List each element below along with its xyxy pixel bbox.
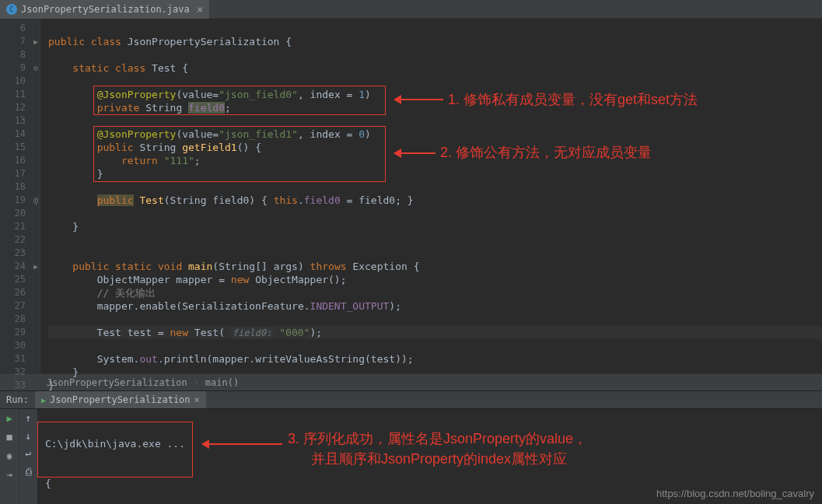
run-panel-header: Run: ▶ JsonPropertySerialization × xyxy=(0,390,822,409)
watermark: https://blog.csdn.net/boling_cavalry xyxy=(656,488,814,499)
line-number: 15 xyxy=(0,141,40,154)
code-line: } xyxy=(48,366,822,379)
code-line xyxy=(48,180,822,194)
line-number: 23 xyxy=(0,247,40,260)
editor-tab-bar: C JsonPropertySerialization.java × xyxy=(0,0,822,19)
line-number: 8 xyxy=(0,48,40,61)
rerun-icon[interactable]: ▶ xyxy=(3,412,16,425)
console-line: C:\jdk\bin\java.exe ... xyxy=(45,437,822,450)
line-number: 20 xyxy=(0,207,40,220)
line-number: 12 xyxy=(0,101,40,114)
line-number: 16 xyxy=(0,154,40,167)
line-number: 30 xyxy=(0,339,40,352)
up-icon[interactable]: ↑ xyxy=(26,412,32,424)
down-icon[interactable]: ↓ xyxy=(26,430,32,442)
close-run-tab-icon[interactable]: × xyxy=(194,394,200,405)
code-line: return "111"; xyxy=(48,154,822,167)
code-line: // 美化输出 xyxy=(48,286,822,299)
code-line: public class JsonPropertySerialization { xyxy=(48,35,822,48)
code-line: } xyxy=(48,220,822,233)
line-number: 6 xyxy=(0,22,40,35)
line-number: 21 xyxy=(0,220,40,233)
annotation-arrow-1 xyxy=(397,99,443,100)
run-sub-strip: ↑ ↓ ↩ ⎙ xyxy=(19,409,37,504)
line-number: 10 xyxy=(0,75,40,88)
code-line xyxy=(48,114,822,128)
run-config-icon: ▶ xyxy=(41,396,46,404)
code-line: public Test(String field0) { this.field0… xyxy=(48,194,822,207)
run-config-tab[interactable]: ▶ JsonPropertySerialization × xyxy=(35,391,206,408)
line-number: 28 xyxy=(0,313,40,326)
line-number: 26 xyxy=(0,286,40,299)
code-line xyxy=(48,22,822,35)
code-line xyxy=(48,339,822,352)
code-line: public static void main(String[] args) t… xyxy=(48,260,822,273)
file-tab-label: JsonPropertySerialization.java xyxy=(21,4,190,15)
line-number: 27 xyxy=(0,299,40,313)
file-tab[interactable]: C JsonPropertySerialization.java × xyxy=(0,0,209,19)
java-file-icon: C xyxy=(6,4,17,15)
line-number: 14 xyxy=(0,128,40,141)
line-number: 22 xyxy=(0,233,40,247)
gutter: 67▶89⊖10111213141516171819@2021222324▶25… xyxy=(0,19,40,373)
run-config-name: JsonPropertySerialization xyxy=(50,394,191,405)
run-tool-strip: ▶ ■ ◉ ⇥ xyxy=(0,409,19,504)
annotation-arrow-3 xyxy=(205,443,282,445)
editor[interactable]: 67▶89⊖10111213141516171819@2021222324▶25… xyxy=(0,19,822,373)
code-line xyxy=(48,207,822,220)
line-number: 31 xyxy=(0,352,40,366)
code-line xyxy=(48,233,822,247)
line-number: 18 xyxy=(0,180,40,194)
line-number: 13 xyxy=(0,114,40,128)
code-line: static class Test { xyxy=(48,61,822,75)
line-number: 33 xyxy=(0,379,40,392)
close-tab-icon[interactable]: × xyxy=(197,3,203,16)
code-line: ObjectMapper mapper = new ObjectMapper()… xyxy=(48,273,822,286)
line-number: 11 xyxy=(0,88,40,101)
code-line: } xyxy=(48,379,822,392)
line-number: 7▶ xyxy=(0,35,40,48)
line-number: 17 xyxy=(0,167,40,180)
code-line: mapper.enable(SerializationFeature.INDEN… xyxy=(48,299,822,313)
line-number: 19@ xyxy=(0,194,40,207)
line-number: 29 xyxy=(0,326,40,339)
code-area[interactable]: public class JsonPropertySerialization {… xyxy=(40,19,822,373)
line-number: 24▶ xyxy=(0,260,40,273)
code-line: } xyxy=(48,167,822,180)
line-number: 9⊖ xyxy=(0,61,40,75)
run-label: Run: xyxy=(0,394,35,405)
print-icon[interactable]: ⎙ xyxy=(26,466,32,478)
code-line xyxy=(48,247,822,260)
line-number: 25 xyxy=(0,273,40,286)
code-line: private String field0; xyxy=(48,101,822,114)
line-number: 32 xyxy=(0,366,40,379)
stop-icon[interactable]: ■ xyxy=(3,431,16,443)
code-line: @JsonProperty(value="json_field1", index… xyxy=(48,128,822,141)
wrap-icon[interactable]: ↩ xyxy=(26,448,32,460)
exit-icon[interactable]: ⇥ xyxy=(3,468,16,481)
code-line: System.out.println(mapper.writeValueAsSt… xyxy=(48,352,822,366)
code-line: Test test = new Test( field0: "000"); xyxy=(48,326,822,339)
annotation-text-3b: 并且顺序和JsonProperty的index属性对应 xyxy=(311,453,567,466)
camera-icon[interactable]: ◉ xyxy=(3,450,16,462)
code-line xyxy=(48,48,822,61)
code-line xyxy=(48,75,822,88)
annotation-arrow-2 xyxy=(397,152,435,154)
code-line xyxy=(48,313,822,326)
